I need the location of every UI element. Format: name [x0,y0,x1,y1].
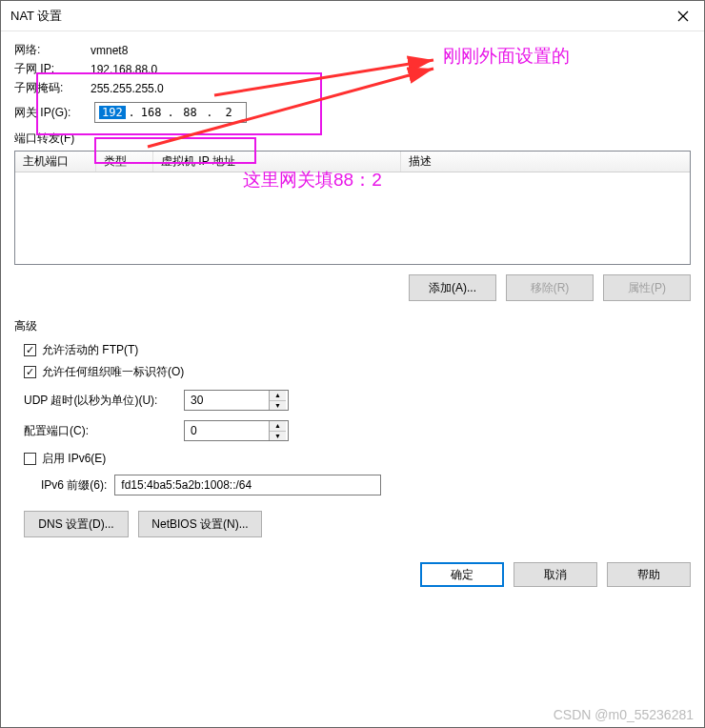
gateway-oct1[interactable]: 192 [99,106,126,119]
port-forwarding-label: 端口转发(F) [14,131,691,147]
subnet-mask-value: 255.255.255.0 [91,82,164,95]
ok-button[interactable]: 确定 [420,562,504,587]
watermark: CSDN @m0_55236281 [554,707,694,722]
gateway-label: 网关 IP(G): [14,105,94,121]
udp-timeout-label: UDP 超时(以秒为单位)(U): [24,393,176,409]
properties-button: 属性(P) [603,274,691,301]
col-desc[interactable]: 描述 [401,152,690,172]
network-value: vmnet8 [91,44,128,57]
netbios-settings-button[interactable]: NetBIOS 设置(N)... [138,511,262,537]
ftp-checkbox[interactable] [24,344,36,356]
col-host-port[interactable]: 主机端口 [15,152,96,172]
col-vm-ip[interactable]: 虚拟机 IP 地址 [153,152,401,172]
close-button[interactable] [661,1,704,31]
subnet-ip-label: 子网 IP: [14,61,91,77]
ipv6-checkbox[interactable] [24,453,36,465]
gateway-oct4[interactable]: 2 [215,106,242,119]
config-port-input[interactable] [185,421,269,440]
spin-down-icon[interactable]: ▼ [270,401,286,411]
ipv6-label: 启用 IPv6(E) [42,451,106,467]
cancel-button[interactable]: 取消 [514,562,597,587]
config-port-label: 配置端口(C): [24,423,176,439]
table-header: 主机端口 类型 虚拟机 IP 地址 描述 [15,152,690,172]
subnet-ip-value: 192.168.88.0 [91,63,157,76]
ftp-label: 允许活动的 FTP(T) [42,342,138,358]
window-title: NAT 设置 [10,8,62,25]
oui-label: 允许任何组织唯一标识符(O) [42,364,184,380]
ipv6-prefix-input[interactable]: fd15:4ba5:5a2b:1008::/64 [114,475,381,495]
udp-timeout-input[interactable] [185,391,269,410]
dns-settings-button[interactable]: DNS 设置(D)... [24,511,129,537]
help-button[interactable]: 帮助 [607,562,691,587]
ipv6-prefix-label: IPv6 前缀(6): [41,477,107,494]
gateway-oct2[interactable]: 168 [138,106,165,119]
spin-up-icon[interactable]: ▲ [270,421,286,432]
network-label: 网络: [14,42,91,58]
close-icon [677,10,689,22]
config-port-spinner[interactable]: ▲▼ [184,420,289,441]
col-type[interactable]: 类型 [96,152,153,172]
spin-up-icon[interactable]: ▲ [270,391,286,401]
port-forwarding-table[interactable]: 主机端口 类型 虚拟机 IP 地址 描述 [14,151,691,265]
oui-checkbox[interactable] [24,366,36,378]
gateway-ip-input[interactable]: 192. 168. 88. 2 [94,102,247,123]
add-button[interactable]: 添加(A)... [409,274,496,301]
advanced-label: 高级 [14,318,691,334]
spin-down-icon[interactable]: ▼ [270,432,286,441]
udp-timeout-spinner[interactable]: ▲▼ [184,390,289,411]
remove-button: 移除(R) [506,274,594,301]
gateway-oct3[interactable]: 88 [177,106,204,119]
subnet-mask-label: 子网掩码: [14,80,91,96]
